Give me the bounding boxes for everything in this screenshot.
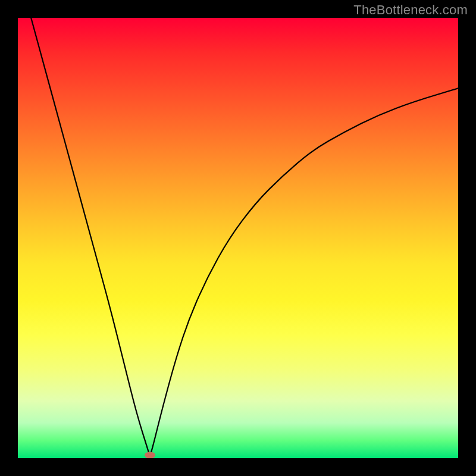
minimum-marker bbox=[145, 452, 155, 459]
watermark-text: TheBottleneck.com bbox=[353, 2, 468, 18]
bottleneck-curve-path bbox=[31, 18, 458, 455]
plot-area bbox=[18, 18, 458, 458]
chart-frame: TheBottleneck.com bbox=[0, 0, 476, 476]
bottleneck-curve-svg bbox=[18, 18, 458, 458]
